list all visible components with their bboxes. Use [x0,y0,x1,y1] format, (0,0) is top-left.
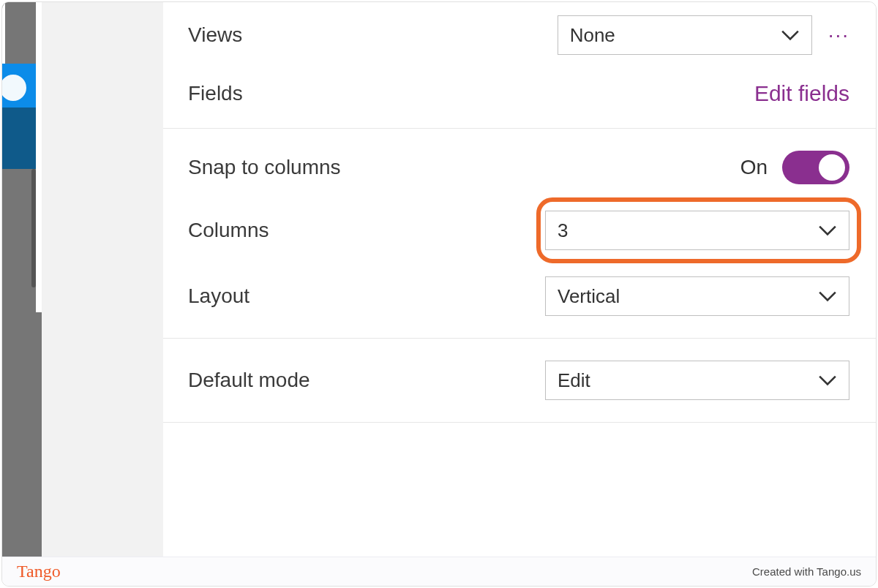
snap-controls: On [740,151,849,184]
footer-credit: Created with Tango.us [752,565,861,578]
views-value: None [570,24,615,47]
columns-dropdown[interactable]: 3 [545,211,849,250]
chevron-down-icon [781,29,800,42]
default-mode-label: Default mode [188,369,310,392]
columns-highlight: 3 [522,211,849,250]
columns-value: 3 [558,219,568,242]
more-options-icon[interactable]: ··· [828,23,849,47]
layout-value: Vertical [558,285,620,308]
tango-logo: Tango [17,562,61,581]
default-mode-dropdown[interactable]: Edit [545,361,849,400]
row-snap: Snap to columns On [163,137,876,197]
nav-item[interactable] [2,108,36,169]
properties-panel: Views None ··· Fields Edit fields Snap t… [163,2,876,557]
row-fields: Fields Edit fields [163,68,876,119]
row-views: Views None ··· [163,2,876,68]
layout-label: Layout [188,284,249,308]
chevron-down-icon [818,290,837,303]
rail-edge [36,2,42,312]
section-divider [163,338,876,339]
columns-label: Columns [188,219,269,242]
section-divider [163,422,876,423]
left-nav-rail [2,2,42,557]
row-layout: Layout Vertical [163,263,876,329]
chevron-down-icon [818,224,837,237]
layout-dropdown[interactable]: Vertical [545,276,849,316]
toggle-knob [819,154,845,181]
app-frame: Views None ··· Fields Edit fields Snap t… [1,1,877,587]
fields-label: Fields [188,82,243,105]
views-label: Views [188,23,242,47]
views-controls: None ··· [558,15,849,55]
views-dropdown[interactable]: None [558,15,812,55]
default-mode-value: Edit [558,369,590,392]
edit-fields-link[interactable]: Edit fields [754,81,849,106]
row-default-mode: Default mode Edit [163,347,876,413]
section-divider [163,128,876,129]
footer: Tango Created with Tango.us [2,557,876,586]
snap-state: On [740,156,768,179]
panel-gutter [42,2,163,557]
chevron-down-icon [818,374,837,387]
snap-label: Snap to columns [188,156,341,179]
snap-toggle[interactable] [782,151,849,184]
row-columns: Columns 3 [163,197,876,263]
